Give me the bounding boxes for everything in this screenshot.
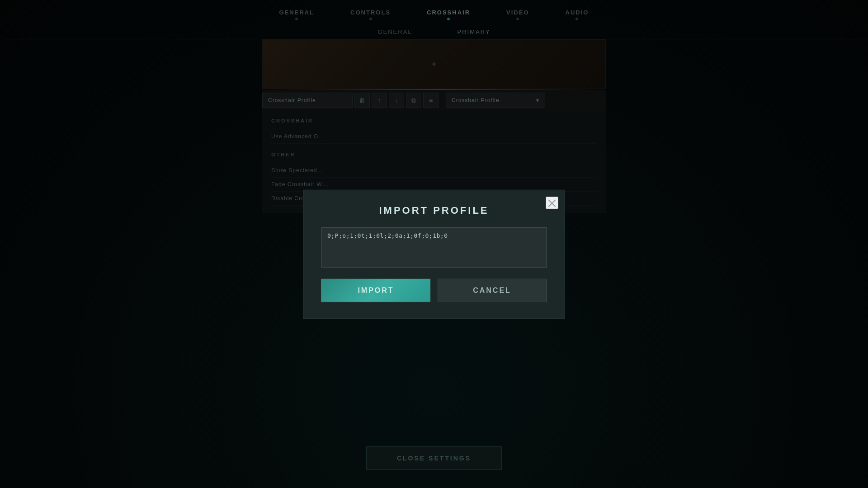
import-profile-modal: IMPORT PROFILE 0;P;o;1;0t;1;0l;2;0a;1;0f… — [303, 190, 565, 319]
profile-code-textarea[interactable]: 0;P;o;1;0t;1;0l;2;0a;1;0f;0;1b;0 — [321, 227, 547, 268]
import-button[interactable]: IMPORT — [321, 279, 430, 302]
close-x-icon — [547, 198, 557, 208]
modal-buttons: IMPORT CANCEL — [321, 279, 547, 302]
modal-close-button[interactable] — [546, 197, 558, 209]
cancel-button[interactable]: CANCEL — [438, 279, 547, 302]
modal-title: IMPORT PROFILE — [321, 205, 547, 216]
